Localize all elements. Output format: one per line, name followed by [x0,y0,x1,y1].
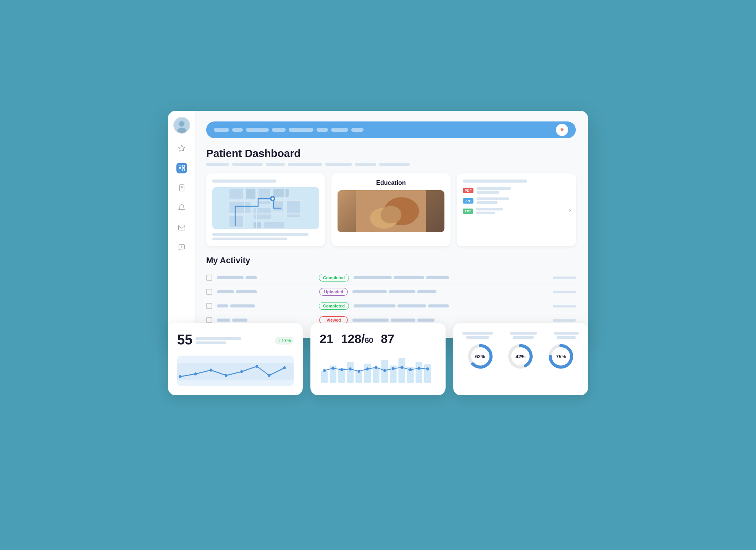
page-title: Patient Dashboard [206,147,576,160]
svg-rect-24 [254,222,261,228]
sidebar-item-chat[interactable] [176,242,187,253]
avatar[interactable] [173,117,190,134]
top-navigation-bar: ♥ [206,121,576,138]
status-badge-completed: Completed [319,274,349,281]
file-item[interactable]: PDF [463,187,570,194]
steps-chart [177,356,294,386]
text-line [477,191,499,194]
steps-header: 55 ↑ 17% [177,332,294,349]
education-video[interactable] [338,190,444,232]
activity-title: My Activity [206,256,576,265]
pdf-badge: PDF [463,188,473,193]
desc-pill [428,304,449,307]
metric-header-pill [557,336,576,339]
svg-rect-59 [424,364,431,383]
activity-name [217,290,315,293]
time-pill [553,319,576,322]
metric-circle-1: 62% [462,343,498,370]
text-line [477,197,509,200]
nav-dot [331,128,348,132]
svg-rect-56 [399,358,405,383]
status-badge-completed: Completed [319,302,349,310]
bp-dia: 60 [365,336,373,345]
sidebar-item-favorites[interactable] [176,143,187,154]
svg-point-65 [366,367,368,370]
breadcrumb [206,163,576,166]
activity-checkbox[interactable] [206,303,212,309]
nav-dot [317,128,328,132]
svg-rect-8 [179,185,184,191]
activity-checkbox[interactable] [206,317,212,323]
sidebar-item-notifications[interactable] [176,202,187,213]
sidebar [168,111,195,338]
name-pill [230,304,255,307]
svg-rect-50 [347,362,354,383]
activity-desc [354,304,548,307]
svg-point-40 [194,372,197,375]
activity-row[interactable]: Completed [206,299,576,313]
chevron-right-icon: › [569,206,571,214]
metric-header-pill [466,336,489,339]
bp-sys: 128 [341,332,361,346]
svg-point-41 [210,369,212,372]
svg-rect-12 [178,225,185,230]
activity-name [217,319,315,322]
main-content: ♥ Patient Dashboard [195,111,588,338]
svg-marker-3 [178,145,185,151]
svg-rect-53 [373,367,380,383]
name-pill [217,319,230,322]
activity-name [217,304,314,307]
name-pill [232,319,247,322]
activity-checkbox[interactable] [206,275,212,281]
svg-point-61 [332,367,334,370]
bottom-widgets: 55 ↑ 17% [168,323,588,395]
svg-rect-20 [258,189,270,204]
map-card [206,173,325,246]
text-line [476,208,503,210]
donut-label-3: 75% [556,354,566,359]
breadcrumb-item [206,163,229,166]
svg-point-68 [392,367,394,370]
nav-dot [289,128,313,132]
activity-checkbox[interactable] [206,289,212,295]
nav-dot [351,128,363,132]
desc-pill [389,290,415,293]
activity-row[interactable]: Completed [206,271,576,285]
donut-label-1: 62% [475,354,485,359]
heart-icon[interactable]: ♥ [556,124,568,136]
svg-point-67 [383,369,386,372]
svg-rect-18 [229,216,243,227]
svg-point-62 [341,368,343,371]
svg-point-63 [349,367,351,370]
svg-point-46 [283,366,286,369]
file-item[interactable]: JPG [463,197,570,204]
name-pill [217,276,244,279]
name-pill [236,290,257,293]
activity-row[interactable]: Uploaded [206,285,576,299]
breadcrumb-item [325,163,352,166]
sidebar-item-dashboard[interactable] [176,163,187,173]
desc-pill [394,276,424,279]
nav-dot [214,128,229,132]
nav-dot [246,128,269,132]
svg-rect-4 [179,165,181,168]
blood-pressure-value: 128/60 [341,332,373,346]
text-line [212,238,287,240]
name-pill [217,290,234,293]
vitals-header: 21 128/60 87 [320,332,436,346]
metric-header-pill [513,336,534,339]
sidebar-item-records[interactable] [176,183,187,193]
svg-point-42 [225,374,227,377]
svg-point-64 [358,370,360,373]
desc-pill [391,319,415,322]
card-text [212,233,319,240]
file-text [477,197,570,204]
svg-rect-17 [229,202,250,213]
desc-pill [354,276,392,279]
steps-number: 55 [177,332,192,348]
file-item[interactable]: TXT [463,208,570,214]
sidebar-item-messages[interactable] [176,222,187,233]
svg-point-70 [409,368,412,371]
donut-3: 75% [547,343,575,370]
breadcrumb-item [266,163,285,166]
